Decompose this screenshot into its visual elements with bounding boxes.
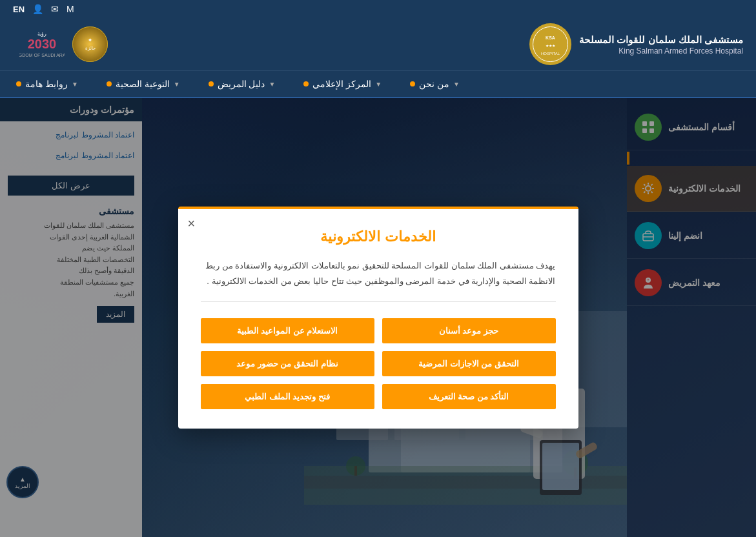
btn-verify-appt[interactable]: نظام التحقق من حضور موعد: [201, 351, 374, 376]
header: مستشفى الملك سلمان للقوات المسلحة King S…: [0, 18, 756, 71]
modal-close-button[interactable]: ×: [188, 217, 196, 230]
header-left: ✦ جائزة رؤية 2030 KINGDOM OF SAUDI ARABI…: [19, 26, 108, 62]
nav-item-patient[interactable]: ▼ دليل المريض: [205, 71, 281, 97]
btn-verify-id[interactable]: التأكد من صحة التعريف: [382, 384, 556, 409]
hero-section: مؤتمرات ودورات اعتماد المشروط لبرنامج اع…: [0, 98, 756, 537]
svg-text:2030: 2030: [28, 37, 57, 51]
menu-icon[interactable]: M: [66, 4, 74, 14]
vision-2030-logo: رؤية 2030 KINGDOM OF SAUDI ARABIA: [19, 26, 65, 62]
btn-dental[interactable]: حجز موعد أسنان: [382, 318, 556, 343]
nav-item-about[interactable]: ▼ من نحن: [407, 71, 465, 97]
hospital-logo: KSA ★★★ HOSPITAL: [529, 23, 571, 65]
nav-dot-links: [16, 81, 21, 86]
btn-medical-file[interactable]: فتح وتجديد الملف الطبي: [201, 384, 374, 409]
modal-buttons-grid: حجز موعد أسنان الاستعلام عن المواعيد الط…: [201, 318, 556, 409]
nav-label-links: روابط هامة: [25, 79, 68, 89]
nav-dot-health: [107, 81, 112, 86]
nav-arrow-links: ▼: [72, 81, 78, 88]
header-right: مستشفى الملك سلمان للقوات المسلحة King S…: [529, 23, 743, 65]
nav-dot-patient: [209, 81, 214, 86]
svg-point-4: [73, 27, 108, 62]
hospital-name-english: King Salman Armed Forces Hospital: [579, 46, 743, 56]
user-icon[interactable]: 👤: [32, 4, 43, 14]
nav-dot-about: [410, 81, 415, 86]
language-selector[interactable]: EN: [13, 5, 25, 14]
svg-text:★★★: ★★★: [546, 44, 555, 48]
nav-item-health[interactable]: ▼ التوعية الصحية: [103, 71, 186, 97]
btn-inquire[interactable]: الاستعلام عن المواعيد الطبية: [201, 318, 374, 343]
nav-item-media[interactable]: ▼ المركز الإعلامي: [300, 71, 387, 97]
svg-text:HOSPITAL: HOSPITAL: [541, 52, 560, 56]
top-bar: EN 👤 ✉ M: [0, 0, 756, 18]
eservices-modal: × الخدمات الالكترونية يهدف مستشفى الملك …: [178, 207, 578, 429]
nav-dot-media: [303, 81, 309, 86]
nav-arrow-media: ▼: [375, 81, 382, 88]
nav-label-about: من نحن: [419, 79, 449, 89]
modal-description: يهدف مستشفى الملك سلمان للقوات المسلحة ل…: [201, 258, 556, 302]
nav-label-patient: دليل المريض: [218, 79, 265, 89]
top-bar-left: EN 👤 ✉ M: [13, 4, 74, 14]
nav-label-media: المركز الإعلامي: [312, 79, 371, 89]
nav-bar: ▼ من نحن ▼ المركز الإعلامي ▼ دليل المريض…: [0, 71, 756, 98]
modal-title: الخدمات الالكترونية: [201, 228, 556, 245]
svg-text:رؤية: رؤية: [37, 31, 46, 37]
modal-overlay[interactable]: × الخدمات الالكترونية يهدف مستشفى الملك …: [0, 98, 756, 537]
btn-sick-leave[interactable]: التحقق من الاجازات المرضية: [382, 351, 556, 376]
svg-text:✦: ✦: [88, 37, 92, 43]
nav-item-links[interactable]: ▼ روابط هامة: [13, 71, 84, 97]
nav-arrow-about: ▼: [453, 81, 460, 88]
mail-icon[interactable]: ✉: [51, 4, 59, 14]
hospital-name-arabic: مستشفى الملك سلمان للقوات المسلحة: [579, 33, 743, 46]
nav-label-health: التوعية الصحية: [116, 79, 170, 89]
svg-text:KSA: KSA: [546, 35, 555, 40]
gold-emblem: ✦ جائزة: [72, 26, 108, 62]
svg-text:KINGDOM OF SAUDI ARABIA: KINGDOM OF SAUDI ARABIA: [19, 53, 65, 57]
nav-arrow-health: ▼: [174, 81, 180, 88]
nav-arrow-patient: ▼: [269, 81, 275, 88]
svg-text:جائزة: جائزة: [85, 46, 96, 51]
